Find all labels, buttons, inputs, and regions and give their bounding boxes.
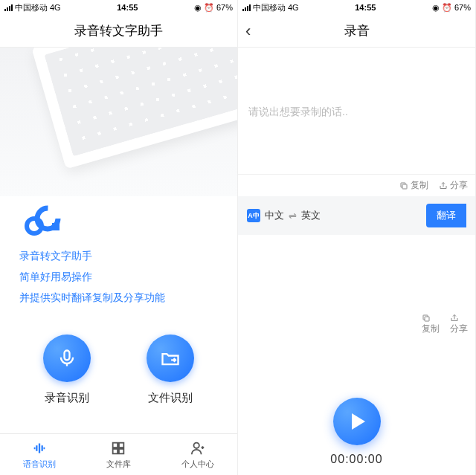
svg-rect-3 bbox=[64, 351, 69, 361]
copy-label-2: 复制 bbox=[422, 323, 440, 334]
carrier: 中国移动 bbox=[253, 2, 286, 13]
share-label: 分享 bbox=[450, 179, 468, 192]
network: 4G bbox=[50, 3, 61, 12]
tab-voice[interactable]: 语音识别 bbox=[0, 434, 79, 475]
tab-profile-label: 个人中心 bbox=[181, 459, 214, 470]
carrier: 中国移动 bbox=[15, 2, 48, 13]
language-selector[interactable]: A中 中文 ⇌ 英文 翻译 bbox=[238, 196, 475, 235]
record-label: 录音识别 bbox=[45, 391, 89, 405]
share-button[interactable]: 分享 bbox=[439, 179, 468, 192]
svg-rect-6 bbox=[113, 448, 118, 453]
nav-bar: ‹ 录音 bbox=[238, 15, 475, 48]
tab-files-label: 文件库 bbox=[106, 459, 131, 470]
translate-icon: A中 bbox=[247, 209, 260, 222]
file-recognition-button[interactable]: 文件识别 bbox=[147, 335, 194, 405]
play-record-button[interactable] bbox=[333, 398, 381, 445]
intro-line-1: 录音转文字助手 bbox=[19, 250, 218, 263]
share-button-2[interactable]: 分享 bbox=[450, 314, 468, 335]
svg-rect-9 bbox=[402, 184, 407, 189]
clock: 14:55 bbox=[355, 3, 376, 12]
translation-result-area bbox=[238, 235, 475, 309]
recording-text-area[interactable]: 请说出想要录制的话.. bbox=[238, 92, 475, 174]
clock: 14:55 bbox=[117, 3, 138, 12]
intro-line-3: 并提供实时翻译复制及分享功能 bbox=[19, 291, 218, 305]
status-bar: 中国移动 4G 14:55 ◉ ⏰ 67% bbox=[0, 0, 237, 15]
hero-image bbox=[0, 48, 237, 196]
svg-rect-2 bbox=[52, 223, 60, 230]
status-bar: 中国移动 4G 14:55 ◉ ⏰ 67% bbox=[238, 0, 475, 15]
battery: 67% bbox=[454, 3, 471, 12]
tab-voice-label: 语音识别 bbox=[23, 459, 56, 470]
play-icon bbox=[352, 413, 365, 430]
svg-rect-4 bbox=[113, 442, 118, 447]
page-title: 录音转文字助手 bbox=[74, 22, 163, 39]
intro-line-2: 简单好用易操作 bbox=[19, 271, 218, 284]
microphone-icon bbox=[43, 335, 91, 382]
tab-files[interactable]: 文件库 bbox=[79, 434, 158, 475]
record-recognition-button[interactable]: 录音识别 bbox=[43, 335, 91, 405]
tab-profile[interactable]: 个人中心 bbox=[158, 434, 237, 475]
svg-rect-7 bbox=[119, 448, 123, 453]
svg-rect-10 bbox=[425, 317, 429, 321]
signal-icon bbox=[242, 4, 251, 11]
network: 4G bbox=[288, 3, 299, 12]
page-title: 录音 bbox=[344, 22, 370, 39]
swap-icon[interactable]: ⇌ bbox=[289, 210, 297, 222]
translate-button[interactable]: 翻译 bbox=[426, 204, 466, 227]
back-button[interactable]: ‹ bbox=[245, 22, 251, 41]
folder-icon bbox=[147, 335, 194, 382]
app-logo bbox=[19, 204, 218, 238]
nav-bar: 录音转文字助手 bbox=[0, 15, 237, 48]
svg-rect-5 bbox=[119, 442, 123, 447]
svg-point-8 bbox=[193, 442, 199, 447]
battery: 67% bbox=[216, 3, 233, 12]
share-label-2: 分享 bbox=[450, 323, 468, 334]
bluetooth-icon: ◉ bbox=[194, 3, 202, 13]
copy-button[interactable]: 复制 bbox=[399, 179, 428, 192]
tab-bar: 语音识别 文件库 个人中心 bbox=[0, 433, 237, 475]
alarm-icon: ⏰ bbox=[442, 3, 452, 13]
lang-from: 中文 bbox=[265, 209, 284, 222]
alarm-icon: ⏰ bbox=[204, 3, 214, 13]
file-label: 文件识别 bbox=[148, 391, 193, 405]
timer: 00:00:00 bbox=[330, 453, 382, 466]
copy-button-2[interactable]: 复制 bbox=[422, 314, 440, 335]
bluetooth-icon: ◉ bbox=[432, 3, 440, 13]
copy-label: 复制 bbox=[411, 179, 428, 192]
signal-icon bbox=[4, 4, 13, 11]
lang-to: 英文 bbox=[301, 209, 321, 222]
